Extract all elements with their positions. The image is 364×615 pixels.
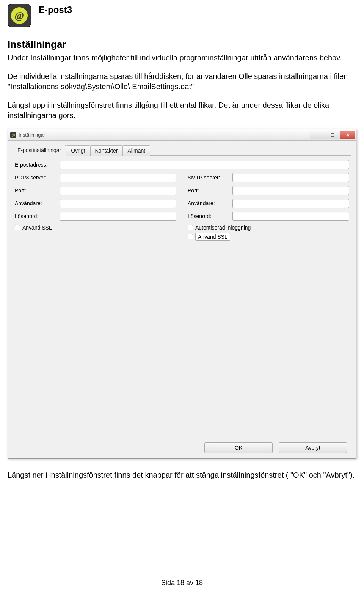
input-user-right[interactable] <box>232 199 349 208</box>
document-title: E-post3 <box>39 5 72 15</box>
tab-ovrigt[interactable]: Övrigt <box>66 145 90 156</box>
ok-rest: K <box>239 445 242 451</box>
label-ssl-right: Använd SSL <box>195 233 230 241</box>
cancel-rest: bryt <box>311 445 320 451</box>
input-pass-left[interactable] <box>60 212 176 221</box>
input-pop3[interactable] <box>60 173 176 182</box>
checkbox-ssl-right[interactable] <box>188 234 193 239</box>
page-number: Sida 18 av 18 <box>8 579 356 587</box>
checkbox-ssl-left[interactable] <box>15 225 20 230</box>
label-auth: Autentiserad inloggning <box>195 225 251 231</box>
input-email[interactable] <box>60 160 349 169</box>
label-user-left: Användare: <box>15 200 56 206</box>
window-title: Inställningar <box>19 132 45 138</box>
label-user-right: Användare: <box>188 200 229 206</box>
window-icon: @ <box>10 132 16 138</box>
label-port-right: Port: <box>188 187 229 193</box>
paragraph-savepath: De individuella inställningarna sparas t… <box>8 71 356 92</box>
app-icon: @ <box>8 4 31 27</box>
paragraph-footer-desc: Längst ner i inställningsfönstret finns … <box>8 470 356 480</box>
tab-kontakter[interactable]: Kontakter <box>90 145 123 156</box>
input-pass-right[interactable] <box>232 212 349 221</box>
input-port-right[interactable] <box>232 186 349 195</box>
titlebar: @ Inställningar — ☐ ✕ <box>8 129 356 141</box>
label-pop3: POP3 server: <box>15 175 56 181</box>
label-email: E-postadress: <box>15 162 56 168</box>
section-heading: Inställningar <box>8 39 356 50</box>
label-ssl-left: Använd SSL <box>22 225 52 231</box>
close-button[interactable]: ✕ <box>340 131 355 139</box>
ok-button[interactable]: OK <box>204 442 273 453</box>
minimize-button[interactable]: — <box>310 131 325 139</box>
input-smtp[interactable] <box>232 173 349 182</box>
settings-window: @ Inställningar — ☐ ✕ E-postinställninga… <box>8 129 356 459</box>
maximize-button[interactable]: ☐ <box>325 131 340 139</box>
tab-allmant[interactable]: Allmänt <box>122 145 150 156</box>
paragraph-tabs: Längst upp i inställningsfönstret finns … <box>8 100 356 121</box>
label-port-left: Port: <box>15 187 56 193</box>
at-glyph: @ <box>15 9 24 22</box>
label-pass-right: Lösenord: <box>188 213 229 219</box>
tabset: E-postinställningar Övrigt Kontakter All… <box>13 145 351 156</box>
ok-underline: O <box>235 445 239 451</box>
tab-epostinstallningar[interactable]: E-postinställningar <box>13 145 66 156</box>
input-port-left[interactable] <box>60 186 176 195</box>
at-icon: @ <box>11 7 28 24</box>
cancel-button[interactable]: Avbryt <box>279 442 347 453</box>
label-smtp: SMTP server: <box>188 175 229 181</box>
label-pass-left: Lösenord: <box>15 213 56 219</box>
checkbox-auth[interactable] <box>188 225 193 230</box>
cancel-underline: A <box>305 445 309 451</box>
paragraph-intro: Under Inställningar finns möjligheter ti… <box>8 53 356 63</box>
input-user-left[interactable] <box>60 199 176 208</box>
